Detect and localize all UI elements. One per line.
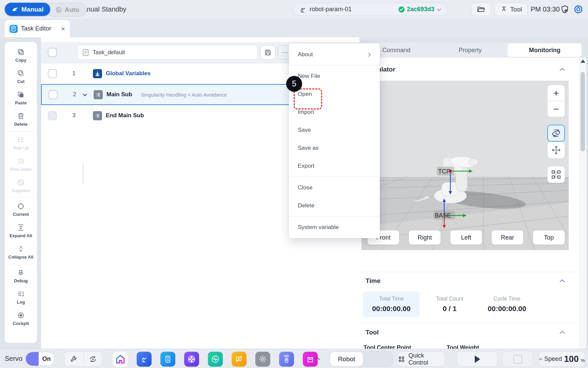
row-number: 1 — [70, 70, 78, 77]
tree-indent-guide — [83, 163, 83, 184]
tool-button[interactable]: Tool — [494, 3, 528, 16]
sync-button[interactable] — [83, 352, 102, 366]
path-view-button[interactable] — [547, 166, 565, 183]
log-button[interactable]: Log — [5, 287, 37, 308]
wrench-button[interactable] — [65, 352, 83, 366]
safety-shield-icon[interactable] — [560, 5, 569, 14]
tab-task-editor[interactable]: Task Editor × — [5, 20, 70, 37]
open-workspace-button[interactable] — [471, 3, 491, 16]
play-button[interactable] — [457, 351, 497, 367]
collapse-all-button[interactable]: Collapse All — [5, 242, 37, 263]
menu-system-variable[interactable]: System variable — [289, 218, 380, 236]
menu-export[interactable]: Export — [289, 157, 380, 175]
row-checkbox[interactable] — [48, 90, 58, 99]
speed-value: 100 — [564, 354, 579, 364]
app-window: Manual Auto Manual Standby robot-param-0… — [0, 0, 588, 368]
guide-highlight-box — [294, 88, 322, 109]
suppress-button[interactable]: Suppress — [5, 175, 37, 197]
zoom-out-button[interactable]: − — [547, 101, 565, 117]
view-top-button[interactable]: Top — [533, 230, 565, 245]
stop-button[interactable] — [503, 351, 533, 367]
tray-collapse-chevron[interactable] — [314, 349, 321, 368]
app-jog-icon[interactable] — [184, 352, 199, 367]
scroll-up-arrow[interactable] — [581, 60, 585, 63]
view-left-button[interactable]: Left — [450, 230, 482, 245]
suppress-label: Suppress — [12, 188, 30, 193]
tab-monitoring[interactable]: Monitoring — [508, 43, 582, 57]
auto-mode-label: Auto — [64, 6, 79, 14]
speed-button[interactable]: Speed 100 % — [538, 351, 585, 367]
power-target-icon[interactable] — [574, 5, 583, 14]
collapse-section-icon[interactable] — [559, 279, 565, 283]
menu-delete[interactable]: Delete — [289, 197, 380, 214]
menu-save-as[interactable]: Save as — [289, 139, 380, 157]
quick-control-button[interactable]: Quick Control — [397, 351, 445, 367]
current-label: Current — [13, 212, 29, 217]
robot-param-selector[interactable]: robot-param-01 2ac693d3 — [293, 3, 448, 16]
row-up-label: Row Up — [13, 145, 28, 150]
menu-save[interactable]: Save — [289, 121, 380, 139]
task-name-field[interactable]: Task_default — [77, 45, 258, 60]
select-all-checkbox[interactable] — [48, 48, 57, 57]
robot-arm-icon — [299, 6, 307, 13]
expand-all-button[interactable]: Expand All — [5, 220, 37, 242]
check-circle-icon — [398, 6, 405, 13]
menu-close[interactable]: Close — [289, 179, 380, 197]
save-task-button[interactable] — [260, 45, 275, 60]
row-collapse-chevron[interactable] — [82, 92, 91, 98]
right-panel-scrollbar[interactable] — [579, 58, 586, 349]
tab-title: Task Editor — [21, 25, 51, 32]
app-settings-icon[interactable] — [255, 352, 270, 367]
menu-new-file[interactable]: New File — [289, 67, 380, 85]
view-rear-button[interactable]: Rear — [492, 230, 523, 245]
app-remote-icon[interactable] — [279, 352, 294, 367]
app-monitoring-icon[interactable] — [208, 352, 223, 367]
delete-button[interactable]: Delete — [5, 109, 37, 130]
robot-mode-control[interactable]: Robot — [330, 351, 393, 367]
robot-mode-label[interactable]: Robot — [330, 351, 364, 367]
right-panel: Command Property Monitoring Simulator — [359, 37, 588, 349]
orbit-rotate-button[interactable] — [547, 125, 565, 142]
row-title: Main Sub — [106, 91, 132, 98]
tab-close-icon[interactable]: × — [61, 25, 65, 32]
row-checkbox[interactable] — [48, 69, 57, 78]
current-button[interactable]: Current — [5, 199, 37, 220]
servo-toggle[interactable]: On — [25, 352, 55, 366]
row-down-button[interactable]: Row Down — [5, 154, 37, 175]
app-log-icon[interactable] — [232, 352, 247, 367]
view-right-button[interactable]: Right — [409, 230, 440, 245]
copy-button[interactable]: Copy — [5, 45, 37, 66]
cut-button[interactable]: Cut — [5, 66, 37, 87]
auto-mode-button[interactable]: Auto — [46, 3, 86, 17]
log-icon — [17, 290, 25, 298]
app-home-icon[interactable] — [113, 352, 128, 367]
row-number: 3 — [70, 112, 78, 119]
collapse-section-icon[interactable] — [559, 330, 565, 334]
collapse-section-icon[interactable] — [559, 67, 565, 71]
debug-button[interactable]: Debug — [5, 265, 37, 287]
menu-about[interactable]: About — [289, 45, 380, 63]
play-icon — [473, 355, 481, 364]
simulator-viewport[interactable]: TCP BASE + − Front Right Left Rear T — [361, 81, 569, 250]
zoom-in-button[interactable]: + — [547, 85, 565, 101]
speedometer-icon — [539, 355, 542, 363]
tab-property[interactable]: Property — [433, 43, 507, 58]
quick-control-label: Quick Control — [408, 352, 445, 366]
app-task-editor-icon[interactable] — [160, 352, 175, 367]
row-up-button[interactable]: Row Up — [5, 132, 37, 154]
app-robot-icon[interactable] — [137, 352, 152, 367]
bottom-bar: Servo On — [0, 349, 588, 368]
suppress-icon — [17, 179, 25, 186]
stat-label: Total Time — [379, 296, 404, 302]
manual-mode-button[interactable]: Manual — [5, 3, 50, 16]
submenu-arrow-icon — [368, 52, 371, 57]
global-variables-icon — [93, 69, 102, 78]
total-count-stat: Total Count 0 / 1 — [426, 291, 473, 317]
paste-icon — [17, 91, 25, 99]
pan-move-button[interactable] — [547, 142, 565, 159]
cockpit-button[interactable]: Cockpit — [5, 308, 37, 329]
scrollbar-thumb[interactable] — [581, 72, 585, 151]
row-number: 2 — [70, 91, 79, 98]
paste-button[interactable]: Paste — [5, 87, 37, 109]
task-file-menu: About New File Open Import Save Save as … — [289, 43, 380, 238]
